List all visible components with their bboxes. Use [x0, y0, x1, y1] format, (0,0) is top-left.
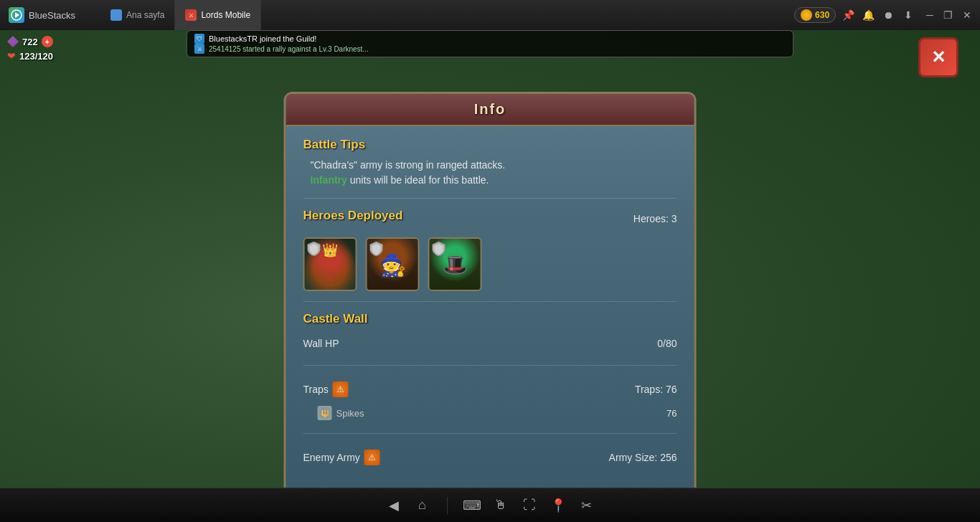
enemy-army-value: Army Size: 256 [609, 452, 677, 463]
tab-home-label: Ana sayfa [126, 10, 164, 20]
heroes-deployed-title: Heroes Deployed [303, 209, 403, 223]
enemy-army-icon: ⚠ [364, 450, 380, 465]
notif-text-2: 25414125 started a rally against a Lv.3 … [209, 45, 369, 53]
castle-wall-section: Castle Wall Wall HP 0/80 [303, 312, 677, 355]
taskbar-tools-group: ⌨ 🖱 ⛶ 📍 ✂ [459, 493, 600, 518]
resize-button[interactable]: ⛶ [517, 493, 542, 518]
lords-tab-icon: ⚔ [185, 9, 197, 21]
back-button[interactable]: ◀ [381, 493, 407, 518]
home-button[interactable]: ⌂ [410, 493, 435, 518]
guild-icon: 🛡 [194, 34, 204, 44]
traps-label: Traps ⚠ [303, 381, 349, 397]
health-value: 123/120 [19, 51, 53, 62]
svg-marker-1 [15, 12, 19, 18]
coin-amount: 630 [815, 10, 829, 20]
tab-lords-mobile[interactable]: ⚔ Lords Mobile [175, 0, 261, 30]
divider-2 [303, 301, 677, 302]
hero-card-3[interactable] [428, 237, 482, 291]
hero-1-shield [307, 241, 321, 257]
restore-button[interactable]: ❐ [943, 9, 953, 21]
player-stats: 722 + ❤ 123/120 [0, 30, 60, 67]
enemy-army-label: Enemy Army ⚠ [303, 450, 380, 465]
battle-tips-title: Battle Tips [303, 138, 677, 152]
notif-row-2: ⚔ 25414125 started a rally against a Lv.… [194, 44, 786, 54]
traps-row: Traps ⚠ Traps: 76 [303, 376, 677, 403]
info-panel-body: Battle Tips "Chadra's" army is strong in… [286, 126, 694, 483]
notif-text-1: BluestacksTR joined the Guild! [209, 34, 316, 43]
guild-notification: 🛡 BluestacksTR joined the Guild! ⚔ 25414… [187, 30, 793, 57]
bell-icon[interactable]: 🔔 [862, 9, 875, 22]
divider-4 [303, 433, 677, 434]
wall-hp-value: 0/80 [657, 338, 677, 349]
info-panel: Info Battle Tips "Chadra's" army is stro… [284, 92, 697, 499]
titlebar: BlueStacks Ana sayfa ⚔ Lords Mobile 630 … [0, 0, 980, 30]
mouse-button[interactable]: 🖱 [488, 493, 514, 518]
coin-icon [801, 9, 812, 21]
minimize-button[interactable]: ─ [926, 9, 933, 21]
enemy-army-row: Enemy Army ⚠ Army Size: 256 [303, 444, 677, 471]
heroes-deployed-header: Heroes Deployed Heroes: 3 [303, 209, 677, 229]
health-row: ❤ 123/120 [7, 50, 53, 62]
taskbar-divider-1 [447, 497, 448, 514]
divider-3 [303, 365, 677, 366]
home-tab-icon [110, 9, 122, 21]
hero-3-inner [430, 239, 481, 290]
trap-icon: ⚠ [333, 381, 349, 397]
spike-icon: 🔱 [318, 406, 332, 420]
battle-tips-text: "Chadra's" army is strong in ranged atta… [303, 158, 677, 188]
spikes-value: 76 [666, 408, 677, 419]
spikes-row: 🔱 Spikes 76 [303, 403, 677, 423]
info-panel-header: Info [286, 94, 694, 126]
cut-button[interactable]: ✂ [574, 493, 600, 518]
bluestacks-logo: BlueStacks [0, 7, 100, 23]
spikes-label: 🔱 Spikes [318, 406, 364, 420]
bs-icon [9, 7, 24, 23]
titlebar-right: 630 📌 🔔 ⏺ ⬇ ─ ❐ ✕ [794, 7, 980, 23]
titlebar-actions: 📌 🔔 ⏺ ⬇ [842, 9, 915, 22]
add-diamond-button[interactable]: + [42, 36, 53, 47]
rally-icon: ⚔ [194, 44, 204, 54]
panel-close-button[interactable] [918, 37, 958, 77]
heroes-count: Heroes: 3 [633, 213, 677, 224]
coin-badge: 630 [794, 7, 836, 23]
info-panel-title: Info [474, 101, 507, 117]
hero-card-2[interactable] [366, 237, 420, 291]
notif-row-1: 🛡 BluestacksTR joined the Guild! [194, 34, 786, 44]
wall-hp-label: Wall HP [303, 338, 339, 349]
taskbar: ◀ ⌂ ⌨ 🖱 ⛶ 📍 ✂ [0, 488, 980, 522]
record-icon[interactable]: ⏺ [882, 9, 895, 22]
location-button[interactable]: 📍 [545, 493, 571, 518]
tab-lords-label: Lords Mobile [201, 10, 250, 20]
divider-1 [303, 198, 677, 199]
diamond-value: 722 [22, 37, 38, 47]
traps-value: Traps: 76 [635, 384, 677, 395]
infantry-highlight: Infantry [311, 174, 347, 186]
download-icon[interactable]: ⬇ [902, 9, 915, 22]
taskbar-nav-group: ◀ ⌂ [381, 493, 435, 518]
heroes-grid [303, 237, 677, 291]
window-controls: ─ ❐ ✕ [926, 9, 971, 21]
diamond-row: 722 + [7, 36, 53, 47]
hero-card-1[interactable] [303, 237, 357, 291]
hero-2-inner [367, 239, 418, 290]
close-button[interactable]: ✕ [963, 9, 971, 21]
tab-home[interactable]: Ana sayfa [100, 0, 175, 30]
hero-1-inner [305, 239, 356, 290]
wall-hp-row: Wall HP 0/80 [303, 332, 677, 355]
battle-tips-desc-plain: "Chadra's" army is strong in ranged atta… [311, 159, 506, 171]
battle-tips-desc-after: units will be ideal for this battle. [350, 174, 489, 186]
hero-2-shield [369, 241, 384, 257]
app-name: BlueStacks [29, 10, 75, 21]
castle-wall-title: Castle Wall [303, 312, 677, 326]
hero-3-shield [432, 241, 446, 257]
heart-icon: ❤ [7, 50, 16, 62]
diamond-icon [7, 36, 19, 47]
pin-icon[interactable]: 📌 [842, 9, 854, 22]
keyboard-button[interactable]: ⌨ [459, 493, 485, 518]
